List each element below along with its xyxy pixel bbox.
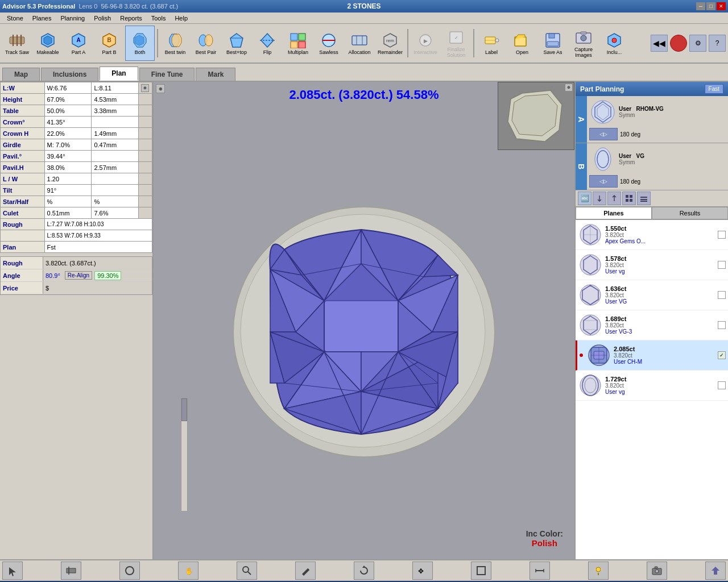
bottom-tool-measure[interactable] xyxy=(530,562,550,580)
maximize-btn[interactable]: □ xyxy=(706,2,715,10)
svg-marker-138 xyxy=(362,566,366,568)
bottom-tool-hand[interactable]: ✋ xyxy=(178,562,198,580)
thumbnail-expand[interactable]: ⊕ xyxy=(565,84,573,92)
settings-btn[interactable]: ⚙ xyxy=(689,35,706,52)
stone-a-arrow[interactable]: ◁▷ xyxy=(589,128,618,140)
stone-b-arrow[interactable]: ◁▷ xyxy=(589,175,618,188)
tab-inclusions[interactable]: Inclusions xyxy=(41,68,98,81)
angle-pct: 99.30% xyxy=(94,271,121,280)
toolbar-open[interactable]: Open xyxy=(507,26,537,61)
menu-stone[interactable]: Stone xyxy=(2,14,28,23)
tab-map[interactable]: Map xyxy=(2,68,40,81)
menu-reports[interactable]: Reports xyxy=(115,14,147,23)
sort-grid-btn[interactable] xyxy=(622,192,636,205)
toolbar-capture[interactable]: Capture Images xyxy=(569,26,598,61)
minimize-btn[interactable]: ─ xyxy=(696,2,705,10)
tab-fine-tune[interactable]: Fine Tune xyxy=(139,68,195,81)
result-name-6: User vg xyxy=(605,389,715,395)
toolbar-interactive[interactable]: ▶ Interactive xyxy=(411,26,440,61)
besttop-label: Best+top xyxy=(226,49,247,55)
toolbar-track-saw[interactable]: Track Saw xyxy=(2,26,32,61)
bottom-tool-magnify[interactable] xyxy=(237,562,257,580)
nav-back[interactable]: ◀◀ xyxy=(651,35,668,52)
toolbar-inclu[interactable]: Inclu... xyxy=(599,26,629,61)
stat-rough2-val1: L:8.53 W:7.06 H:9.33 xyxy=(44,230,152,242)
table-row: Tilt 91° xyxy=(1,185,152,196)
result-check-4[interactable] xyxy=(718,321,726,329)
result-check-3[interactable] xyxy=(718,291,726,299)
pr-tab-results[interactable]: Results xyxy=(652,207,728,219)
menu-planning[interactable]: Planning xyxy=(56,14,89,23)
fast-mode-button[interactable]: Fast xyxy=(705,84,723,94)
toolbar-besttop[interactable]: Best+top xyxy=(222,26,251,61)
bottom-tool-frame[interactable] xyxy=(471,562,491,580)
toolbar-label[interactable]: Label xyxy=(477,26,506,61)
svg-point-47 xyxy=(612,38,617,43)
result-row-6[interactable]: 1.729ct 3.820ct User vg xyxy=(576,371,728,401)
results-list[interactable]: 1.550ct 3.820ct Apex Gems O... 1.578ct 3… xyxy=(576,220,728,559)
toolbar-allocation[interactable]: Allocation xyxy=(345,26,374,61)
toolbar-part-a[interactable]: A Part A xyxy=(64,26,93,61)
toolbar-save-as[interactable]: Save As xyxy=(538,26,568,61)
result-check-5[interactable]: ✓ xyxy=(718,351,726,359)
center-area: 2.085ct. (3.820ct.) 54.58% ⊕ ⊕ xyxy=(154,82,574,559)
toolbar-finalize[interactable]: ✓ Finalize Solution xyxy=(441,26,471,61)
result-row-1[interactable]: 1.550ct 3.820ct Apex Gems O... xyxy=(576,220,728,250)
bottom-tool-rotate[interactable] xyxy=(354,562,374,580)
result-row-4[interactable]: 1.689ct 3.820ct User VG-3 xyxy=(576,310,728,340)
menu-tools[interactable]: Tools xyxy=(147,14,171,23)
result-ct1-3: 1.636ct xyxy=(605,285,715,292)
menu-planes[interactable]: Planes xyxy=(28,14,56,23)
save-as-label: Save As xyxy=(543,49,562,55)
result-check-1[interactable] xyxy=(718,231,726,239)
gem-view-expand[interactable]: ⊕ xyxy=(156,84,165,93)
stat-star-half-label: Star/Half xyxy=(1,196,45,207)
tab-plan[interactable]: Plan xyxy=(100,66,138,81)
record-btn[interactable] xyxy=(670,35,687,52)
sort-list-btn[interactable] xyxy=(637,192,651,205)
result-row-2[interactable]: 1.578ct 3.820ct User vg xyxy=(576,250,728,280)
stat-lw-ratio-extra xyxy=(139,173,152,185)
svg-rect-131 xyxy=(67,568,76,573)
result-row-3[interactable]: 1.636ct 3.820ct User VG xyxy=(576,280,728,310)
bottom-tool-circle[interactable] xyxy=(119,562,140,580)
toolbar-part-b[interactable]: B Part B xyxy=(94,26,124,61)
stat-girdle-extra xyxy=(139,139,152,151)
re-align-button[interactable]: Re-Align xyxy=(65,271,92,280)
inc-color-label: Inc Color: xyxy=(526,529,563,538)
toolbar-sawless[interactable]: Sawless xyxy=(314,26,344,61)
toolbar-makeable[interactable]: Makeable xyxy=(33,26,63,61)
result-check-2[interactable] xyxy=(718,261,726,269)
result-row-5[interactable]: 2.085ct 3.820ct User CH-M ✓ xyxy=(576,340,728,371)
menu-polish[interactable]: Polish xyxy=(89,14,115,23)
bottom-tool-cursor[interactable] xyxy=(2,562,23,580)
bottom-tool-gem-arrow[interactable] xyxy=(705,562,726,580)
close-btn[interactable]: ✕ xyxy=(717,2,726,10)
scroll-thumb[interactable] xyxy=(181,398,187,421)
bottom-tool-camera[interactable] xyxy=(647,562,667,580)
sort-az-btn[interactable]: 🔤 xyxy=(578,192,592,205)
both-label: Both xyxy=(135,49,146,55)
toolbar-multiplan[interactable]: Multiplan xyxy=(283,26,313,61)
svg-rect-22 xyxy=(291,41,297,48)
bottom-tool-move[interactable]: ✥ xyxy=(412,562,433,580)
result-check-6[interactable] xyxy=(718,381,726,389)
sort-down-btn[interactable] xyxy=(593,192,606,205)
help-btn[interactable]: ? xyxy=(709,35,726,52)
pr-tab-planes[interactable]: Planes xyxy=(576,207,652,219)
svg-point-133 xyxy=(126,567,134,575)
bottom-tool-saw[interactable] xyxy=(61,562,81,580)
toolbar-remainder[interactable]: rem Remainder xyxy=(375,26,405,61)
toolbar-flip[interactable]: Flip xyxy=(253,26,282,61)
bottom-tool-pencil[interactable] xyxy=(295,562,316,580)
toolbar-best-pair[interactable]: Best Pair xyxy=(191,26,221,61)
stat-culet-val1: 0.51mm xyxy=(44,207,92,219)
expand-lw[interactable]: ⊕ xyxy=(139,82,152,94)
bottom-tool-light[interactable] xyxy=(588,562,609,580)
toolbar-best-twin[interactable]: Best twin xyxy=(160,26,190,61)
tab-mark[interactable]: Mark xyxy=(196,68,235,81)
menu-help[interactable]: Help xyxy=(170,14,192,23)
sort-up-btn[interactable] xyxy=(607,192,621,205)
part-b-label: Part B xyxy=(102,49,116,55)
toolbar-both[interactable]: Both xyxy=(125,26,155,61)
